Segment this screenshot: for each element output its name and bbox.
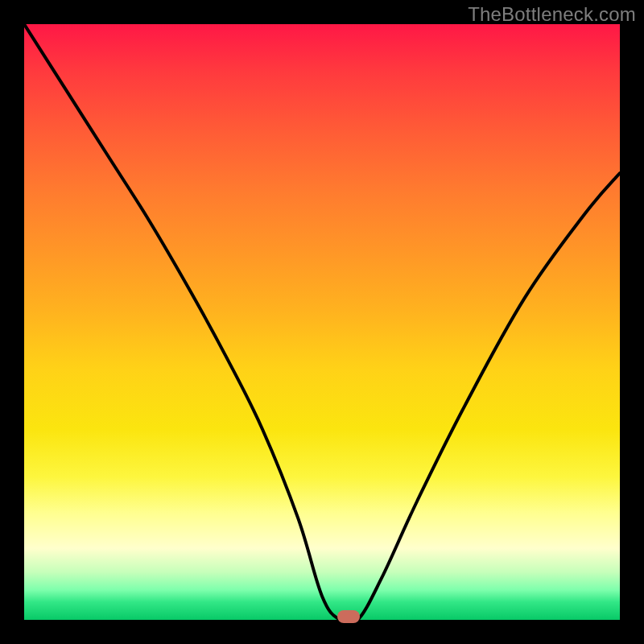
plot-area [24, 24, 620, 620]
bottleneck-curve-path [24, 24, 620, 620]
curve-svg [24, 24, 620, 620]
watermark-text: TheBottleneck.com [468, 3, 636, 26]
chart-frame: TheBottleneck.com [0, 0, 644, 644]
minimum-marker [337, 610, 360, 623]
